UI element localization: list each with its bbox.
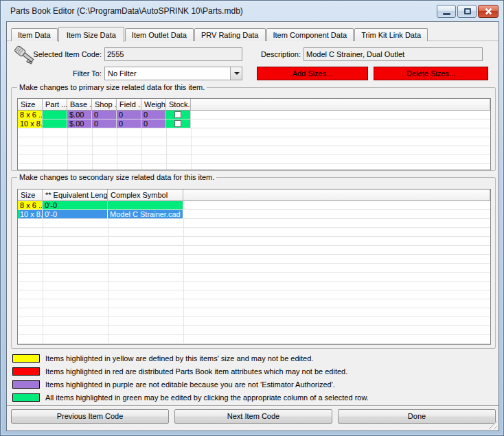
size-cell[interactable]: 10 x 8... [18,119,43,128]
caption-buttons [437,5,499,18]
column-header-stock[interactable]: Stock... [166,99,191,111]
maximize-button[interactable] [457,5,477,18]
primary-group-label: Make changes to primary size related dat… [17,83,207,91]
size-cell[interactable]: 8 x 6 ... [18,111,43,119]
column-header-shop[interactable]: Shop ... [92,99,117,111]
stock-checkbox[interactable] [174,120,181,127]
base-cell[interactable]: $.00 [67,119,92,128]
stock-cell[interactable] [166,111,191,119]
add-sizes-button[interactable]: Add Sizes... [257,67,368,80]
base-cell[interactable]: $.00 [67,111,92,119]
tab-item-data[interactable]: Item Data [11,28,58,41]
table-row[interactable]: 10 x 8... $.00 0 0 0 [18,119,490,128]
secondary-size-table: Size ** Equivalent Length Complex Symbol… [17,189,491,345]
tab-strip: Item Data Item Size Data Item Outlet Dat… [7,25,499,41]
equivalent-length-cell[interactable]: 0'-0 [43,201,108,209]
table-row[interactable]: 8 x 6 ... $.00 0 0 0 [18,111,490,119]
field-cell[interactable]: 0 [117,111,141,119]
purple-swatch [12,380,40,389]
field-cell[interactable]: 0 [117,119,141,128]
secondary-table-header: Size ** Equivalent Length Complex Symbol [18,190,490,201]
primary-table-header: Size Part ... Base ... Shop ... Field ..… [18,99,490,111]
complex-symbol-cell[interactable]: Model C Strainer.cad [108,210,183,218]
close-button[interactable] [478,5,499,18]
primary-size-table: Size Part ... Base ... Shop ... Field ..… [17,98,491,170]
yellow-swatch [12,354,40,363]
green-swatch [12,393,40,402]
stock-checkbox[interactable] [174,111,181,118]
tab-trim-kit-link-data[interactable]: Trim Kit Link Data [354,28,428,41]
complex-symbol-cell[interactable] [108,201,183,209]
column-header-field[interactable]: Field ... [117,99,141,111]
combo-dropdown-button[interactable] [230,67,242,80]
weight-cell[interactable]: 0 [141,119,166,128]
maximize-icon [464,8,471,14]
size-cell[interactable]: 10 x 8... [18,210,43,218]
column-header-size[interactable]: Size [18,99,43,111]
column-header-equivalent-length[interactable]: ** Equivalent Length [43,190,108,201]
item-code-label: Selected Item Code: [7,47,102,61]
size-cell[interactable]: 8 x 6 ... [18,201,43,209]
secondary-size-groupbox: Make changes to secondary size related d… [11,177,496,349]
empty-grid-area[interactable] [18,128,490,170]
delete-sizes-button[interactable]: Delete Sizes... [374,67,488,80]
filter-to-label: Filter To: [7,67,102,80]
secondary-group-label: Make changes to secondary size related d… [17,173,216,181]
red-swatch [12,367,40,376]
weight-cell[interactable]: 0 [141,111,166,119]
description-label: Description: [244,47,301,61]
column-header-weight[interactable]: Weight [141,99,166,111]
footer-separator [7,405,499,406]
column-header-base[interactable]: Base ... [67,99,92,111]
part-cell[interactable] [43,111,67,119]
shop-cell[interactable]: 0 [92,119,117,128]
stock-cell[interactable] [166,119,191,128]
tab-prv-rating-data[interactable]: PRV Rating Data [194,28,266,41]
column-header-filler [191,99,490,111]
empty-grid-area[interactable] [18,219,490,344]
table-row-selected[interactable]: 10 x 8... 0'-0 Model C Strainer.cad [18,210,490,219]
primary-size-groupbox: Make changes to primary size related dat… [11,87,496,171]
window-title: Parts Book Editor (C:\ProgramData\AutoSP… [10,6,243,16]
shop-cell[interactable]: 0 [92,111,117,119]
table-row[interactable]: 8 x 6 ... 0'-0 [18,201,490,210]
part-cell[interactable] [43,119,67,128]
next-item-code-button[interactable]: Next Item Code [174,409,332,424]
tab-item-component-data[interactable]: Item Component Data [266,28,354,41]
filter-combobox[interactable]: No Filter [104,67,242,80]
chevron-down-icon [234,72,240,75]
filter-selected-value: No Filter [108,69,137,78]
column-header-size[interactable]: Size [18,190,43,201]
minimize-button[interactable] [437,5,456,18]
column-header-filler [183,190,490,201]
equivalent-length-cell[interactable]: 0'-0 [43,210,108,218]
tab-item-size-data[interactable]: Item Size Data [58,27,124,42]
parts-book-editor-window: Parts Book Editor (C:\ProgramData\AutoSP… [0,0,504,436]
column-header-part[interactable]: Part ... [43,99,67,111]
done-button[interactable]: Done [338,409,496,424]
description-field[interactable] [303,47,483,61]
dialog-client-area: Item Data Item Size Data Item Outlet Dat… [6,21,499,431]
title-bar[interactable]: Parts Book Editor (C:\ProgramData\AutoSP… [1,1,503,21]
column-header-complex-symbol[interactable]: Complex Symbol [108,190,183,201]
minimize-icon [443,13,450,15]
item-code-field[interactable] [104,47,242,61]
tab-item-outlet-data[interactable]: Item Outlet Data [125,28,194,41]
previous-item-code-button[interactable]: Previous Item Code [11,409,169,424]
